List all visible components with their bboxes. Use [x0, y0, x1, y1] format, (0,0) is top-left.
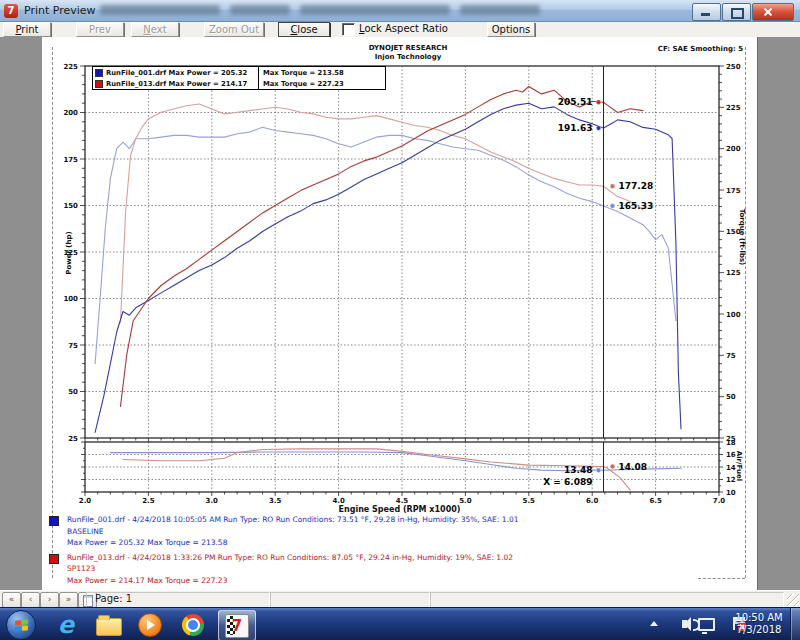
legend-file-power: RunFile_001.drf Max Power = 205.32 — [106, 69, 258, 77]
svg-text:6.5: 6.5 — [649, 497, 662, 505]
svg-text:175: 175 — [63, 156, 78, 164]
taskbar-item-chrome[interactable] — [180, 612, 206, 638]
svg-text:150: 150 — [63, 202, 78, 210]
run-line: BASELINE — [67, 526, 518, 538]
minimize-button[interactable] — [692, 3, 721, 21]
annotation-value: 205.51 — [558, 97, 593, 107]
annotation-marker — [596, 100, 601, 105]
lock-aspect-ratio-label: Lock Aspect Ratio — [359, 23, 448, 34]
svg-text:4.5: 4.5 — [396, 497, 409, 505]
tray-expand-icon[interactable] — [650, 621, 658, 626]
prev-button[interactable]: Prev — [76, 22, 124, 37]
svg-text:5.5: 5.5 — [523, 497, 536, 505]
cursor-x-label: X = 6.089 — [543, 477, 592, 487]
correction-smoothing-note: CF: SAE Smoothing: 5 — [658, 45, 743, 53]
taskbar-item-internet-explorer[interactable]: e — [53, 612, 79, 638]
run-info-baseline: RunFile_001.drf - 4/24/2018 10:05:05 AM … — [47, 514, 518, 549]
svg-text:100: 100 — [726, 311, 741, 319]
svg-text:75: 75 — [726, 352, 736, 360]
svg-text:2.0: 2.0 — [79, 497, 92, 505]
internet-explorer-icon: e — [58, 613, 74, 637]
svg-text:25: 25 — [68, 435, 78, 443]
chart-legend: RunFile_001.drf Max Power = 205.32 Max T… — [92, 66, 386, 90]
legend-row: RunFile_001.drf Max Power = 205.32 Max T… — [93, 67, 385, 78]
taskbar-item-file-explorer[interactable] — [96, 612, 122, 638]
svg-text:200: 200 — [63, 109, 78, 117]
taskbar-clock[interactable]: 10:50 AM 7/3/2018 — [730, 612, 788, 636]
statusbar: « ‹ › » Page: 1 — [0, 590, 800, 608]
run-line: RunFile_001.drf - 4/24/2018 10:05:05 AM … — [67, 514, 518, 526]
preview-page: 2252001751501251007550252502252001751501… — [42, 37, 757, 590]
window-titlebar[interactable]: 7 Print Preview — [0, 0, 800, 22]
minimize-icon — [701, 13, 710, 16]
chrome-icon — [182, 614, 204, 636]
legend-row: RunFile_013.drf Max Power = 214.17 Max T… — [93, 78, 385, 89]
taskbar-item-media-player[interactable] — [137, 612, 163, 638]
run-color-swatch — [49, 554, 59, 564]
maximize-button[interactable] — [722, 3, 751, 21]
show-desktop-button[interactable] — [790, 608, 800, 640]
chart-subtitle: Injon Technology — [278, 53, 538, 61]
print-preview-toolbar: Print Prev Next Zoom Out Close Lock Aspe… — [0, 22, 800, 38]
taskbar-item-winpep-active[interactable]: 7 — [218, 610, 256, 640]
play-icon — [147, 620, 155, 630]
print-margin-left — [52, 47, 53, 578]
run-line: Max Power = 205.32 Max Torque = 213.58 — [67, 537, 518, 549]
legend-swatch-blue — [95, 69, 103, 77]
annotation-marker — [610, 184, 615, 189]
svg-text:4.0: 4.0 — [332, 497, 345, 505]
status-cell — [270, 592, 430, 608]
options-button[interactable]: Options — [487, 22, 535, 37]
svg-text:225: 225 — [63, 63, 78, 71]
annotation-value: 14.08 — [618, 462, 646, 472]
last-page-button[interactable]: » — [59, 592, 78, 608]
first-page-button[interactable]: « — [2, 592, 21, 608]
next-button[interactable]: Next — [131, 22, 179, 37]
windows-logo-icon — [15, 619, 28, 631]
prev-page-button[interactable]: ‹ — [21, 592, 40, 608]
clock-time: 10:50 AM — [730, 612, 788, 624]
annotation-value: 177.28 — [618, 181, 653, 191]
legend-max-torque: Max Torque = 213.58 — [258, 67, 344, 78]
media-player-icon — [138, 613, 162, 637]
power-axis-label: Power (hp) — [65, 218, 73, 288]
network-icon[interactable] — [698, 618, 715, 631]
run-line: Max Power = 214.17 Max Torque = 227.23 — [67, 575, 518, 587]
preview-area: 2252001751501251007550252502252001751501… — [0, 37, 800, 590]
svg-text:200: 200 — [726, 145, 741, 153]
svg-text:50: 50 — [68, 388, 78, 396]
status-cell — [430, 592, 784, 608]
run-info-sp1123: RunFile_013.drf - 4/24/2018 1:33:26 PM R… — [47, 552, 518, 587]
svg-text:250: 250 — [726, 63, 741, 71]
legend-swatch-red — [95, 80, 103, 88]
taskbar: e 7 10:50 AM 7/3/2018 — [0, 607, 800, 640]
redacted-title-text — [100, 5, 560, 17]
print-button[interactable]: Print — [3, 22, 51, 37]
start-button[interactable] — [6, 610, 36, 640]
zoom-out-button[interactable]: Zoom Out — [204, 22, 264, 37]
chart-title: DYNOJET RESEARCH — [278, 44, 538, 52]
desktop-screen: 7 Print Preview Print Prev Next Zoom Out… — [0, 0, 800, 640]
winpep-icon: 7 — [225, 614, 249, 638]
next-page-button[interactable]: › — [40, 592, 59, 608]
svg-text:6.0: 6.0 — [586, 497, 599, 505]
svg-text:75: 75 — [68, 342, 78, 350]
run-info-block: RunFile_001.drf - 4/24/2018 10:05:05 AM … — [47, 514, 518, 589]
svg-text:7.0: 7.0 — [713, 497, 726, 505]
app-icon: 7 — [4, 4, 18, 18]
maximize-icon — [731, 8, 744, 19]
close-window-button[interactable] — [752, 3, 794, 21]
close-preview-button[interactable]: Close — [278, 22, 330, 37]
svg-text:5.0: 5.0 — [459, 497, 472, 505]
page-number-label: Page: 1 — [95, 593, 132, 604]
resize-grip[interactable] — [787, 594, 799, 606]
annotation-marker — [610, 204, 615, 209]
run-line: SP1123 — [67, 563, 518, 575]
annotation-marker — [610, 464, 615, 469]
lock-aspect-ratio-checkbox[interactable] — [342, 23, 355, 36]
svg-text:2.5: 2.5 — [142, 497, 155, 505]
annotation-value: 191.63 — [558, 123, 593, 133]
legend-max-torque: Max Torque = 227.23 — [258, 78, 344, 89]
torque-axis-label: Torque (ft-lbs) — [738, 192, 746, 282]
volume-icon[interactable] — [682, 620, 687, 628]
